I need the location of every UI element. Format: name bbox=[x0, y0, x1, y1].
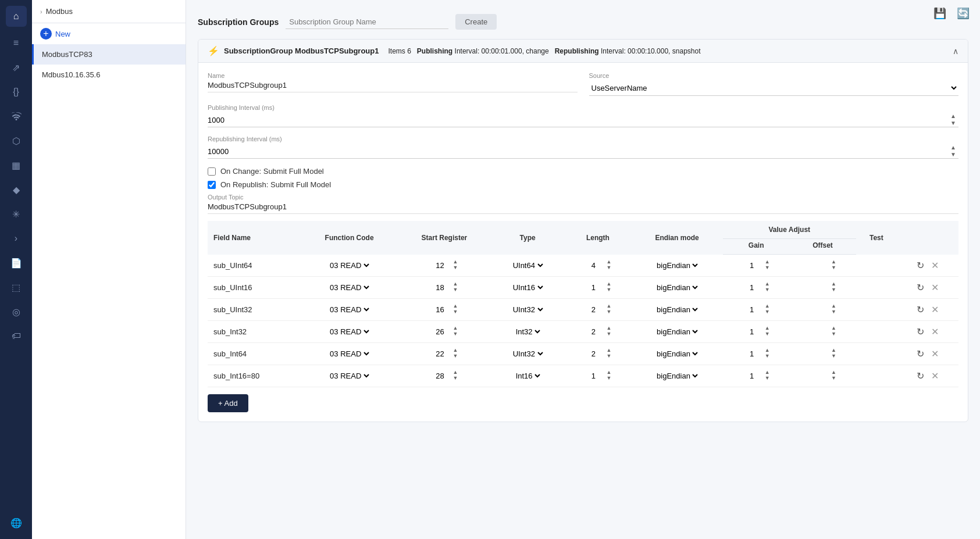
cell-function-code[interactable]: 03 READ bbox=[301, 365, 398, 387]
new-button[interactable]: + New bbox=[32, 23, 186, 44]
spin-down[interactable]: ▼ bbox=[605, 265, 612, 271]
wifi-icon[interactable] bbox=[6, 106, 27, 127]
create-button[interactable]: Create bbox=[455, 14, 497, 30]
collapse-icon[interactable]: ∧ bbox=[953, 47, 958, 56]
length-input[interactable] bbox=[583, 261, 604, 270]
function-code-select[interactable]: 03 READ bbox=[327, 327, 371, 337]
cell-endian-mode[interactable]: bigEndian bbox=[631, 276, 723, 298]
type-select[interactable]: UInt16 bbox=[511, 283, 545, 292]
cell-endian-mode[interactable]: bigEndian bbox=[631, 255, 723, 277]
spin-down[interactable]: ▼ bbox=[605, 376, 612, 381]
spin-down[interactable]: ▼ bbox=[605, 287, 612, 293]
republishing-spin-down[interactable]: ▼ bbox=[948, 151, 958, 158]
home-icon[interactable]: ⌂ bbox=[6, 6, 27, 27]
grid-icon[interactable]: ▦ bbox=[6, 155, 27, 176]
cell-endian-mode[interactable]: bigEndian bbox=[631, 365, 723, 387]
offset-input[interactable] bbox=[808, 283, 829, 292]
cell-function-code[interactable]: 03 READ bbox=[301, 255, 398, 277]
spin-down[interactable]: ▼ bbox=[451, 287, 459, 293]
cell-type[interactable]: UInt16 bbox=[490, 276, 564, 298]
refresh-row-button[interactable]: ↻ bbox=[914, 281, 926, 294]
type-select[interactable]: UInt32 bbox=[511, 305, 545, 315]
endian-mode-select[interactable]: bigEndian bbox=[654, 260, 700, 270]
person-network-icon[interactable]: ⬡ bbox=[6, 130, 27, 151]
add-button[interactable]: + Add bbox=[208, 394, 248, 412]
cell-type[interactable]: Int16 bbox=[490, 365, 564, 387]
spin-down[interactable]: ▼ bbox=[451, 354, 459, 359]
endian-mode-select[interactable]: bigEndian bbox=[654, 349, 700, 359]
delete-row-button[interactable]: ✕ bbox=[929, 259, 941, 272]
offset-input[interactable] bbox=[808, 349, 829, 358]
refresh-icon[interactable]: 🔄 bbox=[954, 5, 972, 22]
spin-down[interactable]: ▼ bbox=[451, 331, 459, 337]
delete-row-button[interactable]: ✕ bbox=[929, 347, 941, 360]
cell-function-code[interactable]: 03 READ bbox=[301, 320, 398, 342]
spin-down[interactable]: ▼ bbox=[830, 287, 838, 293]
endian-mode-select[interactable]: bigEndian bbox=[654, 305, 700, 315]
cell-type[interactable]: Int32 bbox=[490, 320, 564, 342]
sliders-icon[interactable]: ≡ bbox=[6, 33, 27, 53]
asterisk-icon[interactable]: ✳ bbox=[6, 204, 27, 224]
on-republish-checkbox[interactable] bbox=[208, 181, 216, 189]
spin-down[interactable]: ▼ bbox=[605, 309, 612, 315]
offset-input[interactable] bbox=[808, 261, 829, 270]
sidebar-item-modbus-tcp83[interactable]: ModbusTCP83 bbox=[32, 44, 186, 65]
type-select[interactable]: UInt32 bbox=[511, 349, 545, 359]
refresh-row-button[interactable]: ↻ bbox=[914, 369, 926, 383]
spin-down[interactable]: ▼ bbox=[451, 309, 459, 315]
code-icon[interactable]: {} bbox=[6, 81, 27, 102]
gain-input[interactable] bbox=[742, 261, 762, 270]
publishing-spin-up[interactable]: ▲ bbox=[948, 113, 958, 120]
spin-down[interactable]: ▼ bbox=[830, 331, 838, 337]
layers-icon[interactable]: ⬚ bbox=[6, 277, 27, 298]
start-register-input[interactable] bbox=[429, 283, 450, 292]
cell-function-code[interactable]: 03 READ bbox=[301, 342, 398, 365]
spin-down[interactable]: ▼ bbox=[830, 354, 838, 359]
length-input[interactable] bbox=[583, 327, 604, 336]
file-icon[interactable]: 📄 bbox=[6, 252, 27, 273]
function-code-select[interactable]: 03 READ bbox=[327, 371, 371, 381]
spin-down[interactable]: ▼ bbox=[451, 265, 459, 271]
refresh-row-button[interactable]: ↻ bbox=[914, 259, 926, 272]
subscription-group-name-input[interactable] bbox=[286, 15, 448, 29]
diamond-icon[interactable]: ◆ bbox=[6, 179, 27, 200]
gain-input[interactable] bbox=[742, 372, 762, 380]
cell-function-code[interactable]: 03 READ bbox=[301, 276, 398, 298]
save-icon[interactable]: 💾 bbox=[931, 5, 949, 22]
publishing-spin-down[interactable]: ▼ bbox=[948, 120, 958, 127]
source-select[interactable]: UseServerName bbox=[589, 83, 959, 93]
cell-type[interactable]: UInt64 bbox=[490, 255, 564, 277]
delete-row-button[interactable]: ✕ bbox=[929, 281, 941, 294]
cell-type[interactable]: UInt32 bbox=[490, 342, 564, 365]
refresh-row-button[interactable]: ↻ bbox=[914, 347, 926, 360]
gain-input[interactable] bbox=[742, 305, 762, 314]
spin-down[interactable]: ▼ bbox=[764, 354, 771, 359]
spin-down[interactable]: ▼ bbox=[605, 331, 612, 337]
tag-icon[interactable]: 🏷 bbox=[6, 326, 27, 347]
length-input[interactable] bbox=[583, 372, 604, 380]
spin-down[interactable]: ▼ bbox=[764, 287, 771, 293]
spin-down[interactable]: ▼ bbox=[764, 265, 771, 271]
arrow-right-icon[interactable]: › bbox=[6, 228, 27, 249]
function-code-select[interactable]: 03 READ bbox=[327, 305, 371, 315]
endian-mode-select[interactable]: bigEndian bbox=[654, 327, 700, 337]
refresh-row-button[interactable]: ↻ bbox=[914, 325, 926, 338]
target-icon[interactable]: ◎ bbox=[6, 301, 27, 322]
spin-down[interactable]: ▼ bbox=[451, 376, 459, 381]
republishing-interval-input[interactable] bbox=[208, 145, 948, 158]
cell-type[interactable]: UInt32 bbox=[490, 298, 564, 320]
delete-row-button[interactable]: ✕ bbox=[929, 369, 941, 383]
gain-input[interactable] bbox=[742, 349, 762, 358]
function-code-select[interactable]: 03 READ bbox=[327, 260, 371, 270]
refresh-row-button[interactable]: ↻ bbox=[914, 303, 926, 316]
function-code-select[interactable]: 03 READ bbox=[327, 283, 371, 292]
type-select[interactable]: Int32 bbox=[514, 327, 542, 337]
delete-row-button[interactable]: ✕ bbox=[929, 325, 941, 338]
type-select[interactable]: Int16 bbox=[514, 371, 542, 381]
cell-function-code[interactable]: 03 READ bbox=[301, 298, 398, 320]
start-register-input[interactable] bbox=[429, 305, 450, 314]
offset-input[interactable] bbox=[808, 327, 829, 336]
length-input[interactable] bbox=[583, 349, 604, 358]
cell-endian-mode[interactable]: bigEndian bbox=[631, 320, 723, 342]
spin-down[interactable]: ▼ bbox=[764, 331, 771, 337]
